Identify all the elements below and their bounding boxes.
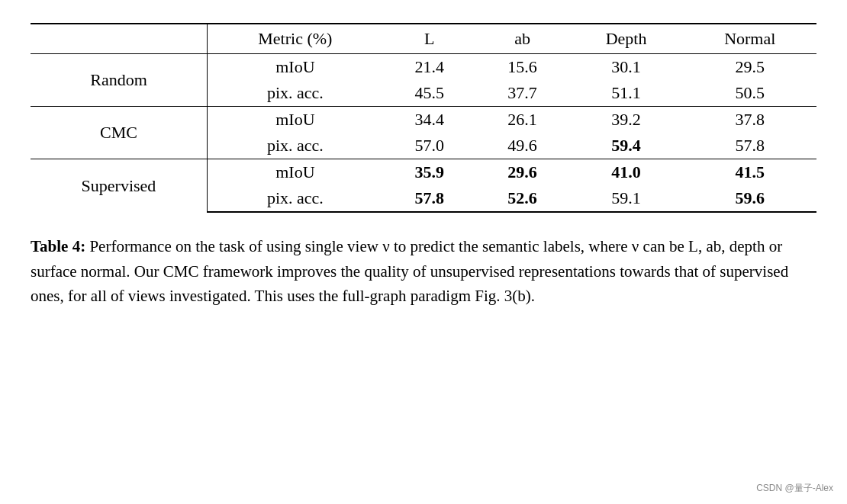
cell-value: 45.5 xyxy=(383,80,476,107)
cell-value: 34.4 xyxy=(383,107,476,133)
cell-value: 26.1 xyxy=(476,107,569,133)
cell-value: 41.5 xyxy=(683,159,816,186)
metric-name: pix. acc. xyxy=(207,80,382,107)
group-label: CMC xyxy=(31,107,207,159)
cell-value: 59.4 xyxy=(569,133,684,159)
header-ab: ab xyxy=(476,24,569,54)
cell-value: 29.5 xyxy=(683,54,816,81)
cell-value: 39.2 xyxy=(569,107,684,133)
cell-value: 50.5 xyxy=(683,80,816,107)
cell-value: 37.7 xyxy=(476,80,569,107)
cell-value: 35.9 xyxy=(383,159,476,186)
caption-text: Performance on the task of using single … xyxy=(31,237,788,305)
header-normal: Normal xyxy=(683,24,816,54)
data-table: Metric (%) L ab Depth Normal RandommIoU2… xyxy=(31,23,816,213)
header-l: L xyxy=(383,24,476,54)
metric-name: mIoU xyxy=(207,159,382,186)
table-caption: Table 4: Performance on the task of usin… xyxy=(31,234,816,309)
cell-value: 59.1 xyxy=(569,185,684,212)
cell-value: 37.8 xyxy=(683,107,816,133)
cell-value: 49.6 xyxy=(476,133,569,159)
cell-value: 21.4 xyxy=(383,54,476,81)
group-label: Random xyxy=(31,54,207,107)
cell-value: 29.6 xyxy=(476,159,569,186)
header-metric: Metric (%) xyxy=(207,24,382,54)
metric-name: mIoU xyxy=(207,107,382,133)
cell-value: 57.0 xyxy=(383,133,476,159)
metric-name: mIoU xyxy=(207,54,382,81)
header-group xyxy=(31,24,207,54)
cell-value: 59.6 xyxy=(683,185,816,212)
cell-value: 30.1 xyxy=(569,54,684,81)
metric-name: pix. acc. xyxy=(207,185,382,212)
metric-name: pix. acc. xyxy=(207,133,382,159)
cell-value: 41.0 xyxy=(569,159,684,186)
header-depth: Depth xyxy=(569,24,684,54)
cell-value: 57.8 xyxy=(383,185,476,212)
group-label: Supervised xyxy=(31,159,207,213)
cell-value: 15.6 xyxy=(476,54,569,81)
table-number: Table 4: xyxy=(31,237,85,255)
cell-value: 52.6 xyxy=(476,185,569,212)
cell-value: 51.1 xyxy=(569,80,684,107)
cell-value: 57.8 xyxy=(683,133,816,159)
watermark: CSDN @量子-Alex xyxy=(756,482,833,495)
